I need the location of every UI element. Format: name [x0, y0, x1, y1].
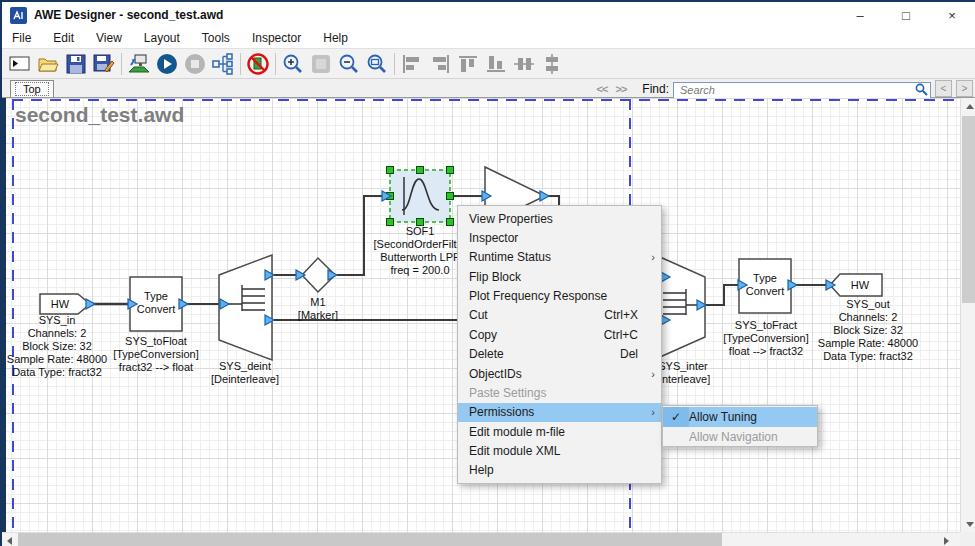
menu-item-runtime-status[interactable]: Runtime Status› [458, 248, 661, 267]
menu-help[interactable]: Help [323, 31, 348, 45]
block-sys-tofract[interactable]: Type Convert [739, 259, 791, 313]
menu-tools[interactable]: Tools [202, 31, 230, 45]
vertical-scrollbar[interactable] [960, 98, 975, 532]
window-title: AWE Designer - second_test.awd [34, 8, 223, 22]
close-button[interactable]: × [929, 2, 975, 28]
menu-view[interactable]: View [96, 31, 122, 45]
save-file-icon[interactable] [62, 51, 90, 77]
find-next-button[interactable]: > [956, 80, 973, 97]
minimize-button[interactable]: – [837, 2, 883, 28]
sys-out-caption: SYS_outChannels: 2Block Size: 32Sample R… [803, 298, 933, 363]
menu-file[interactable]: File [12, 31, 31, 45]
menu-item-edit-module-m-file[interactable]: Edit module m-file [458, 422, 661, 441]
run-layout-icon[interactable] [153, 51, 181, 77]
m1-caption: M1[Marker] [253, 296, 383, 322]
svg-text:Convert: Convert [746, 285, 785, 297]
horizontal-scrollbar-thumb[interactable] [18, 533, 722, 546]
horizontal-scrollbar[interactable] [2, 532, 960, 546]
find-prev-page-button[interactable]: << [595, 83, 610, 95]
align-left-icon [398, 51, 426, 77]
zoom-fit-icon [307, 51, 335, 77]
menu-item-help[interactable]: Help [458, 461, 661, 480]
app-logo-icon [10, 7, 27, 24]
context-menu: View Properties Inspector Runtime Status… [457, 205, 662, 484]
layout-properties-icon[interactable] [209, 51, 237, 77]
block-sys-in[interactable]: HW [40, 294, 90, 314]
open-file-icon[interactable] [34, 51, 62, 77]
zoom-out-icon[interactable] [335, 51, 363, 77]
zoom-in-icon[interactable] [279, 51, 307, 77]
find-prev-button[interactable]: < [935, 80, 952, 97]
permissions-submenu: ✓Allow Tuning Allow Navigation [662, 405, 818, 447]
block-sof1[interactable] [387, 167, 454, 226]
tab-top[interactable]: Top [10, 80, 54, 97]
menu-item-paste-settings: Paste Settings [458, 383, 661, 402]
block-sys-out[interactable]: HW [830, 274, 882, 296]
menu-item-plot-frequency-response[interactable]: Plot Frequency Response [458, 286, 661, 305]
menu-inspector[interactable]: Inspector [252, 31, 301, 45]
search-box [673, 80, 931, 97]
new-canvas-icon[interactable] [6, 51, 34, 77]
design-canvas[interactable]: second_test.awd [2, 98, 960, 532]
svg-text:Type: Type [753, 272, 777, 284]
scroll-right-icon[interactable] [944, 537, 949, 545]
menu-item-inspector[interactable]: Inspector [458, 228, 661, 247]
svg-text:HW: HW [51, 298, 70, 310]
vertical-scrollbar-thumb[interactable] [962, 116, 975, 303]
svg-text:Convert: Convert [137, 303, 176, 315]
menu-item-view-properties[interactable]: View Properties [458, 209, 661, 228]
distribute-vertical-icon [538, 51, 566, 77]
svg-text:HW: HW [851, 279, 870, 291]
menu-item-permissions[interactable]: Permissions› [458, 403, 661, 422]
find-next-page-button[interactable]: >> [613, 83, 628, 95]
save-file-as-icon[interactable] [90, 51, 118, 77]
menu-item-cut[interactable]: CutCtrl+X [458, 306, 661, 325]
checkmark-icon: ✓ [663, 407, 689, 427]
scroll-down-icon[interactable] [966, 522, 974, 527]
toolbar [2, 48, 975, 79]
submenu-arrow-icon: › [646, 251, 655, 263]
align-bottom-icon [482, 51, 510, 77]
menu-item-objectids[interactable]: ObjectIDs› [458, 364, 661, 383]
stop-layout-icon [181, 51, 209, 77]
maximize-button[interactable]: □ [883, 2, 929, 28]
svg-text:Type: Type [144, 290, 168, 302]
window-left-edge [2, 98, 6, 532]
scroll-up-icon[interactable] [966, 104, 974, 109]
connect-target-icon[interactable] [125, 51, 153, 77]
menu-item-delete[interactable]: DeleteDel [458, 345, 661, 364]
menu-item-edit-module-xml[interactable]: Edit module XML [458, 441, 661, 460]
submenu-item-allow-navigation: Allow Navigation [663, 427, 817, 447]
tuning-disabled-icon[interactable] [244, 51, 272, 77]
align-top-icon [454, 51, 482, 77]
wire-inter-tofract [706, 285, 738, 305]
zoom-region-icon[interactable] [363, 51, 391, 77]
sys-deint-caption: SYS_deint[Deinterleave] [180, 360, 310, 386]
scrollbar-corner [960, 532, 975, 546]
scroll-left-icon[interactable] [7, 537, 12, 545]
search-input[interactable] [673, 82, 931, 99]
align-right-icon [426, 51, 454, 77]
submenu-item-allow-tuning[interactable]: ✓Allow Tuning [663, 407, 817, 427]
menu-item-flip-block[interactable]: Flip Block [458, 267, 661, 286]
submenu-arrow-icon: › [646, 406, 655, 418]
menu-layout[interactable]: Layout [144, 31, 180, 45]
menubar: File Edit View Layout Tools Inspector He… [2, 28, 975, 48]
app-window: AWE Designer - second_test.awd – □ × Fil… [0, 0, 975, 546]
tab-find-row: Top << >> Find: < > [2, 79, 975, 98]
canvas-area: second_test.awd [2, 98, 975, 546]
menu-edit[interactable]: Edit [53, 31, 74, 45]
distribute-horizontal-icon [510, 51, 538, 77]
menu-item-copy[interactable]: CopyCtrl+C [458, 325, 661, 344]
find-label: Find: [642, 82, 669, 96]
titlebar: AWE Designer - second_test.awd – □ × [2, 2, 975, 28]
submenu-arrow-icon: › [646, 368, 655, 380]
